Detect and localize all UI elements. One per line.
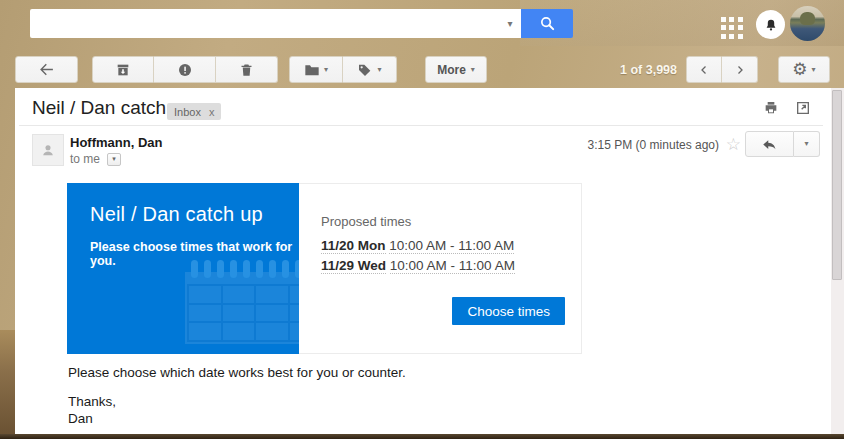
- caret-down-icon: ▾: [804, 140, 808, 148]
- proposed-times-label: Proposed times: [321, 214, 411, 229]
- theme-background-art: [0, 434, 844, 439]
- older-conversation-button[interactable]: [722, 56, 758, 83]
- settings-button[interactable]: ⚙ ▾: [778, 56, 830, 83]
- back-to-inbox-button[interactable]: [15, 56, 78, 83]
- bell-icon: [764, 18, 778, 32]
- apps-grid-icon[interactable]: [721, 17, 743, 39]
- print-icon[interactable]: [763, 100, 779, 116]
- scrollbar-track[interactable]: [831, 88, 844, 434]
- time-date: 11/20 Mon: [321, 238, 386, 254]
- message-signature: Dan: [68, 411, 93, 426]
- chevron-left-icon: [698, 64, 710, 76]
- star-icon[interactable]: ☆: [726, 134, 741, 155]
- mail-actions-group: [92, 56, 278, 83]
- time-range: 10:00 AM - 11:00 AM: [390, 258, 515, 274]
- search-options-caret-icon[interactable]: ▾: [499, 18, 521, 29]
- newer-conversation-button[interactable]: [686, 56, 722, 83]
- show-details-dropdown[interactable]: ▾: [107, 153, 121, 166]
- delete-button[interactable]: [216, 56, 278, 83]
- choose-times-button[interactable]: Choose times: [452, 297, 565, 325]
- calendar-illustration: [185, 260, 299, 344]
- more-label: More: [437, 63, 466, 77]
- message-body-text: Please choose which date works best for …: [68, 365, 406, 380]
- proposed-time-row: 11/29 Wed 10:00 AM - 11:00 AM: [321, 258, 515, 273]
- caret-down-icon: ▾: [377, 66, 381, 74]
- gear-icon: ⚙: [792, 61, 807, 78]
- search-button[interactable]: [521, 9, 573, 38]
- notifications-button[interactable]: [756, 10, 785, 39]
- meeting-invite-card: Neil / Dan catch up Please choose times …: [67, 183, 582, 354]
- search-input[interactable]: [30, 11, 499, 36]
- folder-icon: [304, 63, 320, 77]
- remove-label-button[interactable]: x: [209, 106, 215, 118]
- proposed-time-row: 11/20 Mon 10:00 AM - 11:00 AM: [321, 238, 514, 253]
- caret-down-icon: ▾: [812, 66, 816, 74]
- back-arrow-icon: [38, 61, 55, 78]
- search-icon: [539, 15, 556, 32]
- pagination-counter: 1 of 3,998: [540, 63, 677, 77]
- gmail-window: ▾: [0, 0, 844, 439]
- time-range: 10:00 AM - 11:00 AM: [389, 238, 514, 254]
- header-divider: [19, 125, 823, 126]
- open-in-new-icon[interactable]: [795, 100, 811, 116]
- conversation-view: Neil / Dan catch up Inbox x Hoffmann, Da…: [15, 88, 831, 434]
- sender-avatar-placeholder: [32, 134, 64, 166]
- label-tag-icon: [357, 62, 373, 78]
- chevron-right-icon: [734, 64, 746, 76]
- more-actions-button[interactable]: More ▾: [425, 56, 487, 83]
- organize-group: ▾ ▾: [289, 56, 397, 83]
- archive-icon: [115, 62, 131, 78]
- inbox-label-chip[interactable]: Inbox x: [167, 103, 221, 120]
- move-to-button[interactable]: ▾: [289, 56, 343, 83]
- message-closing: Thanks,: [68, 394, 116, 409]
- message-timestamp: 3:15 PM (0 minutes ago): [588, 138, 719, 152]
- recipient-text: to me: [70, 152, 100, 166]
- caret-down-icon: ▾: [471, 66, 475, 74]
- spam-icon: [177, 62, 193, 78]
- report-spam-button[interactable]: [154, 56, 216, 83]
- user-avatar[interactable]: [790, 6, 825, 41]
- caret-down-icon: ▾: [324, 66, 328, 74]
- labels-button[interactable]: ▾: [343, 56, 397, 83]
- pagination-nav-group: [686, 56, 758, 83]
- theme-background-art: [0, 330, 15, 434]
- invite-title: Neil / Dan catch up: [90, 203, 263, 226]
- search-box: ▾: [30, 9, 521, 38]
- trash-icon: [239, 62, 254, 78]
- scrollbar-thumb[interactable]: [832, 90, 842, 280]
- time-date: 11/29 Wed: [321, 258, 386, 274]
- reply-arrow-icon: [761, 137, 778, 152]
- invite-card-details: Proposed times 11/20 Mon 10:00 AM - 11:0…: [299, 183, 582, 354]
- inbox-label-text: Inbox: [174, 106, 201, 118]
- archive-button[interactable]: [92, 56, 154, 83]
- sender-name[interactable]: Hoffmann, Dan: [70, 135, 162, 150]
- reply-button[interactable]: [745, 131, 794, 157]
- more-reply-options-button[interactable]: ▾: [794, 131, 820, 157]
- person-icon: [39, 141, 57, 159]
- invite-card-banner: Neil / Dan catch up Please choose times …: [67, 183, 299, 354]
